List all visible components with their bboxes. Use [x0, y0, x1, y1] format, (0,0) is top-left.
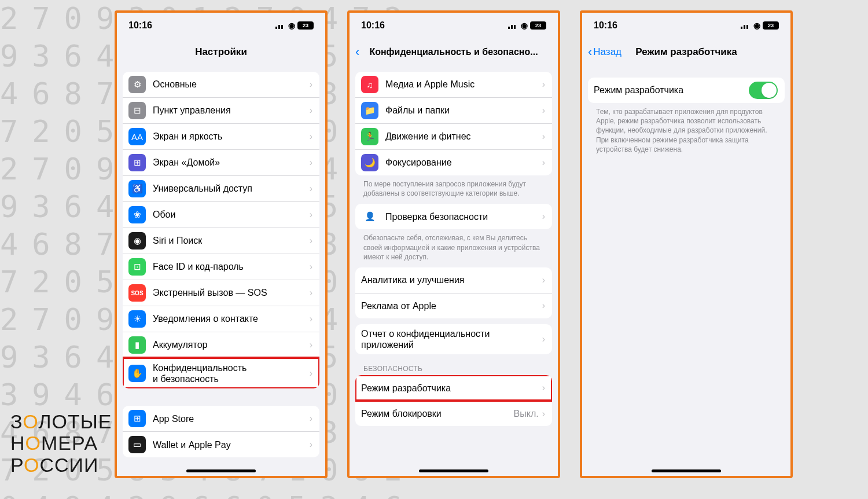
safety-check-icon: 👤	[361, 208, 378, 225]
settings-row-dev-mode[interactable]: Режим разработчика›	[355, 375, 552, 401]
display-icon: AA	[128, 128, 146, 145]
status-time: 10:16	[128, 20, 152, 31]
settings-row-sos[interactable]: SOSЭкстренный вызов — SOS›	[123, 280, 319, 306]
status-bar: 10:16 ◉ 23	[117, 13, 325, 38]
settings-row-focus[interactable]: 🌙Фокусирование›	[355, 149, 552, 175]
battery-icon: 23	[530, 21, 546, 30]
back-button[interactable]: ‹ Назад	[588, 38, 621, 66]
media-icon: ♫	[361, 76, 378, 93]
status-bar: 10:16 ◉ 23	[350, 13, 558, 38]
status-time: 10:16	[361, 20, 385, 31]
settings-row-motion[interactable]: 🏃Движение и фитнес›	[355, 123, 552, 149]
nav-bar: Настройки	[117, 38, 325, 66]
row-label: Конфиденциальность и безопасность	[153, 362, 310, 384]
settings-row-ads[interactable]: Реклама от Apple›	[355, 293, 552, 318]
settings-row-lockdown[interactable]: Режим блокировкиВыкл.›	[355, 401, 552, 426]
settings-row-faceid[interactable]: ⊡Face ID и код-пароль›	[123, 254, 319, 280]
chevron-right-icon: ›	[310, 314, 312, 324]
row-label: Аналитика и улучшения	[361, 274, 542, 285]
settings-row-analytics[interactable]: Аналитика и улучшения›	[355, 267, 552, 293]
row-label: Движение и фитнес	[385, 131, 542, 142]
settings-row-media[interactable]: ♫Медиа и Apple Music›	[355, 72, 552, 97]
exposure-icon: ☀	[128, 310, 146, 328]
settings-row-privacy-report[interactable]: Отчет о конфиденциальности приложений›	[355, 324, 552, 354]
phone-screen-settings: 10:16 ◉ 23 Настройки ⚙Основные›⊟Пункт уп…	[115, 10, 328, 478]
settings-row-privacy[interactable]: ✋Конфиденциальность и безопасность›	[123, 358, 319, 388]
row-label: Экран и яркость	[153, 131, 310, 142]
siri-icon: ◉	[128, 232, 146, 250]
chevron-right-icon: ›	[310, 105, 312, 116]
cellular-icon	[508, 22, 518, 29]
appstore-icon: ⊞	[128, 410, 146, 427]
cellular-icon	[275, 22, 286, 29]
chevron-right-icon: ›	[310, 236, 312, 246]
dev-mode-toggle-row[interactable]: Режим разработчика	[588, 78, 785, 103]
home-indicator[interactable]	[652, 469, 721, 472]
row-label: Универсальный доступ	[153, 183, 310, 194]
row-label: Отчет о конфиденциальности приложений	[361, 328, 542, 350]
settings-row-accessibility[interactable]: ♿Универсальный доступ›	[123, 175, 319, 201]
row-label: Проверка безопасности	[385, 211, 542, 222]
chevron-left-icon: ‹	[355, 45, 359, 60]
settings-row-wallpaper[interactable]: ❀Обои›	[123, 201, 319, 228]
safety-note: Обезопасьте себя, отслеживая, с кем Вы д…	[355, 229, 552, 262]
motion-icon: 🏃	[361, 128, 378, 145]
chevron-right-icon: ›	[310, 288, 312, 298]
settings-row-siri[interactable]: ◉Siri и Поиск›	[123, 228, 319, 254]
back-label: Назад	[593, 46, 621, 58]
chevron-right-icon: ›	[310, 340, 312, 350]
settings-row-files[interactable]: 📁Файлы и папки›	[355, 97, 552, 123]
status-time: 10:16	[594, 20, 617, 31]
row-label: Фокусирование	[385, 157, 542, 168]
chevron-right-icon: ›	[542, 131, 545, 142]
row-label: App Store	[153, 413, 310, 424]
dev-mode-toggle[interactable]	[749, 82, 778, 99]
back-button[interactable]: ‹	[355, 38, 361, 66]
settings-row-safety-check[interactable]: 👤Проверка безопасности›	[355, 204, 552, 229]
settings-row-appstore[interactable]: ⊞App Store›	[123, 406, 319, 431]
settings-row-home-screen[interactable]: ⊞Экран «Домой»›	[123, 149, 319, 175]
chevron-right-icon: ›	[310, 368, 312, 379]
nav-bar: ‹ Конфиденциальность и безопасно...	[350, 38, 558, 66]
row-label: Режим блокировки	[361, 408, 514, 419]
focus-icon: 🌙	[361, 154, 378, 171]
home-screen-icon: ⊞	[128, 154, 146, 171]
home-indicator[interactable]	[419, 469, 488, 472]
row-label: Уведомления о контакте	[153, 313, 310, 324]
row-label: Обои	[153, 209, 310, 220]
row-label: Режим разработчика	[361, 383, 542, 394]
chevron-right-icon: ›	[310, 262, 312, 272]
category-note: По мере поступления запросов приложения …	[355, 175, 552, 198]
settings-row-exposure[interactable]: ☀Уведомления о контакте›	[123, 306, 319, 332]
wifi-icon: ◉	[288, 21, 295, 30]
brand-logo: ЗОЛОТЫЕ НОМЕРА РОССИИ	[10, 411, 112, 476]
settings-row-display[interactable]: AAЭкран и яркость›	[123, 123, 319, 149]
nav-bar: ‹ Назад Режим разработчика	[582, 38, 790, 66]
wallet-icon: ▭	[128, 436, 146, 453]
settings-row-control-center[interactable]: ⊟Пункт управления›	[123, 97, 319, 123]
chevron-right-icon: ›	[310, 413, 312, 424]
settings-row-general[interactable]: ⚙Основные›	[123, 72, 319, 97]
wallpaper-icon: ❀	[128, 206, 146, 223]
chevron-right-icon: ›	[542, 211, 545, 222]
settings-row-wallet[interactable]: ▭Wallet и Apple Pay›	[123, 431, 319, 457]
row-label: Реклама от Apple	[361, 300, 542, 311]
chevron-left-icon: ‹	[588, 45, 592, 60]
dev-mode-description: Тем, кто разрабатывает приложения для пр…	[588, 103, 785, 154]
chevron-right-icon: ›	[310, 210, 312, 220]
row-label: Экстренный вызов — SOS	[153, 287, 310, 298]
row-label: Face ID и код-пароль	[153, 261, 310, 272]
home-indicator[interactable]	[186, 469, 256, 472]
page-title: Конфиденциальность и безопасно...	[369, 47, 538, 57]
chevron-right-icon: ›	[542, 383, 545, 393]
phone-screen-privacy: 10:16 ◉ 23 ‹ Конфиденциальность и безопа…	[347, 10, 560, 478]
chevron-right-icon: ›	[542, 409, 545, 419]
chevron-right-icon: ›	[542, 157, 545, 168]
files-icon: 📁	[361, 102, 378, 119]
chevron-right-icon: ›	[310, 157, 312, 168]
cellular-icon	[741, 22, 751, 29]
chevron-right-icon: ›	[310, 131, 312, 142]
settings-row-battery[interactable]: ▮Аккумулятор›	[123, 332, 319, 358]
row-label: Siri и Поиск	[153, 235, 310, 246]
battery-icon: ▮	[128, 336, 146, 354]
